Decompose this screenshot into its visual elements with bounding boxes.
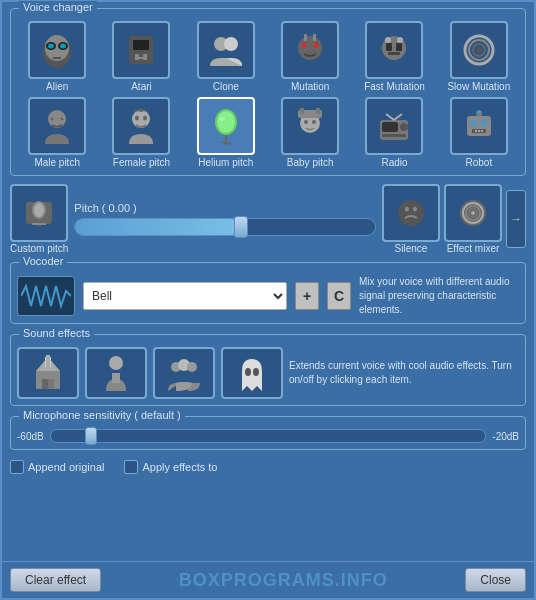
soundfx-crowd[interactable] (153, 347, 215, 399)
voice-changer-section: Voice changer Alien Atari Clone (10, 8, 526, 176)
pitch-slider-fill (75, 219, 240, 235)
svg-point-89 (245, 368, 251, 376)
vocoder-wave-icon (17, 276, 75, 316)
bottom-bar: Clear effect BOXPROGRAMS.INFO Close (2, 561, 534, 598)
svg-rect-44 (300, 108, 304, 114)
svg-rect-60 (481, 130, 483, 132)
svg-point-77 (471, 211, 475, 215)
clone-label: Clone (213, 81, 239, 93)
robot-label: Robot (465, 157, 492, 169)
clear-effect-button[interactable]: Clear effect (10, 568, 101, 592)
svg-rect-23 (396, 43, 402, 51)
vocoder-row: Bell Flute Guitar Piano + C Mix your voi… (17, 275, 519, 317)
vocoder-select[interactable]: Bell Flute Guitar Piano (83, 282, 287, 310)
append-original-checkbox[interactable]: Append original (10, 460, 104, 474)
effect-mixer-col: Effect mixer (444, 184, 502, 254)
svg-rect-81 (46, 355, 50, 367)
alien-icon (28, 21, 86, 79)
svg-point-68 (398, 200, 424, 226)
female-pitch-label: Female pitch (113, 157, 170, 169)
svg-point-50 (400, 123, 408, 131)
svg-point-30 (476, 47, 482, 53)
pitch-slider-track[interactable] (74, 218, 376, 236)
sound-effects-label: Sound effects (19, 327, 94, 339)
apply-effects-checkbox[interactable]: Apply effects to (124, 460, 217, 474)
voice-item-alien[interactable]: Alien (17, 21, 97, 93)
apply-effects-box[interactable] (124, 460, 138, 474)
mic-slider-track[interactable] (50, 429, 487, 443)
soundfx-church[interactable] (17, 347, 79, 399)
helium-pitch-icon (197, 97, 255, 155)
robot-icon (450, 97, 508, 155)
main-window: Voice changer Alien Atari Clone (0, 0, 536, 600)
vocoder-description: Mix your voice with different audio sign… (359, 275, 519, 317)
expand-arrow-btn[interactable]: → (506, 190, 526, 248)
append-original-label: Append original (28, 461, 104, 473)
svg-line-53 (394, 114, 402, 120)
male-pitch-icon (28, 97, 86, 155)
mic-max-label: -20dB (492, 431, 519, 442)
sound-effects-section: Sound effects Extends current voice with… (10, 334, 526, 406)
soundfx-person[interactable] (85, 347, 147, 399)
vocoder-add-btn[interactable]: + (295, 282, 319, 310)
svg-rect-19 (304, 34, 307, 41)
fast-mutation-icon (365, 21, 423, 79)
mic-min-label: -60dB (17, 431, 44, 442)
voice-item-fast-mutation[interactable]: Fast Mutation (354, 21, 434, 93)
voice-item-clone[interactable]: Clone (186, 21, 266, 93)
svg-rect-59 (478, 130, 480, 132)
voice-item-baby-pitch[interactable]: Baby pitch (270, 97, 350, 169)
voice-item-mutation[interactable]: Mutation (270, 21, 350, 93)
voice-item-male-pitch[interactable]: Male pitch (17, 97, 97, 169)
voice-item-radio[interactable]: Radio (354, 97, 434, 169)
voice-item-slow-mutation[interactable]: Slow Mutation (439, 21, 519, 93)
alien-label: Alien (46, 81, 68, 93)
pitch-slider-thumb[interactable] (234, 216, 248, 238)
svg-point-31 (48, 110, 66, 128)
effect-mixer-icon[interactable] (444, 184, 502, 242)
svg-rect-83 (48, 379, 54, 389)
checkboxes-row: Append original Apply effects to (10, 460, 526, 474)
svg-point-5 (60, 44, 66, 49)
svg-rect-8 (133, 40, 149, 50)
voice-item-female-pitch[interactable]: Female pitch (101, 97, 181, 169)
silence-icon[interactable] (382, 184, 440, 242)
mic-row: -60dB -20dB (17, 429, 519, 443)
mic-sensitivity-label: Microphone sensitivity ( default ) (19, 409, 185, 421)
helium-pitch-label: Helium pitch (198, 157, 253, 169)
voice-item-helium-pitch[interactable]: Helium pitch (186, 97, 266, 169)
soundfx-ghost[interactable] (221, 347, 283, 399)
vocoder-c-btn[interactable]: C (327, 282, 351, 310)
close-button[interactable]: Close (465, 568, 526, 592)
silence-col: Silence (382, 184, 440, 254)
watermark-text: BOXPROGRAMS.INFO (179, 570, 388, 591)
append-original-box[interactable] (10, 460, 24, 474)
mic-slider-thumb[interactable] (85, 427, 97, 445)
svg-point-13 (224, 37, 238, 51)
svg-rect-49 (382, 122, 398, 132)
svg-rect-45 (316, 108, 320, 114)
svg-point-38 (217, 111, 235, 133)
male-pitch-label: Male pitch (34, 157, 80, 169)
svg-rect-11 (138, 57, 144, 59)
svg-point-18 (314, 42, 319, 48)
female-pitch-icon (112, 97, 170, 155)
voice-changer-label: Voice changer (19, 1, 97, 13)
voice-item-robot[interactable]: Robot (439, 97, 519, 169)
svg-line-52 (386, 114, 394, 120)
atari-icon (112, 21, 170, 79)
fast-mutation-label: Fast Mutation (364, 81, 425, 93)
clone-icon (197, 21, 255, 79)
custom-pitch-row: Custom pitch Pitch ( 0.00 ) Silence Effe… (10, 184, 526, 254)
svg-rect-82 (42, 379, 48, 389)
radio-icon (365, 97, 423, 155)
voice-item-atari[interactable]: Atari (101, 21, 181, 93)
baby-pitch-label: Baby pitch (287, 157, 334, 169)
vocoder-section: Vocoder Bell Flute Guitar Piano + C Mix … (10, 262, 526, 324)
svg-point-41 (219, 117, 225, 121)
svg-point-72 (413, 207, 417, 212)
svg-rect-51 (382, 134, 406, 137)
svg-point-88 (187, 362, 197, 372)
radio-label: Radio (381, 157, 407, 169)
custom-pitch-icon[interactable] (10, 184, 68, 242)
